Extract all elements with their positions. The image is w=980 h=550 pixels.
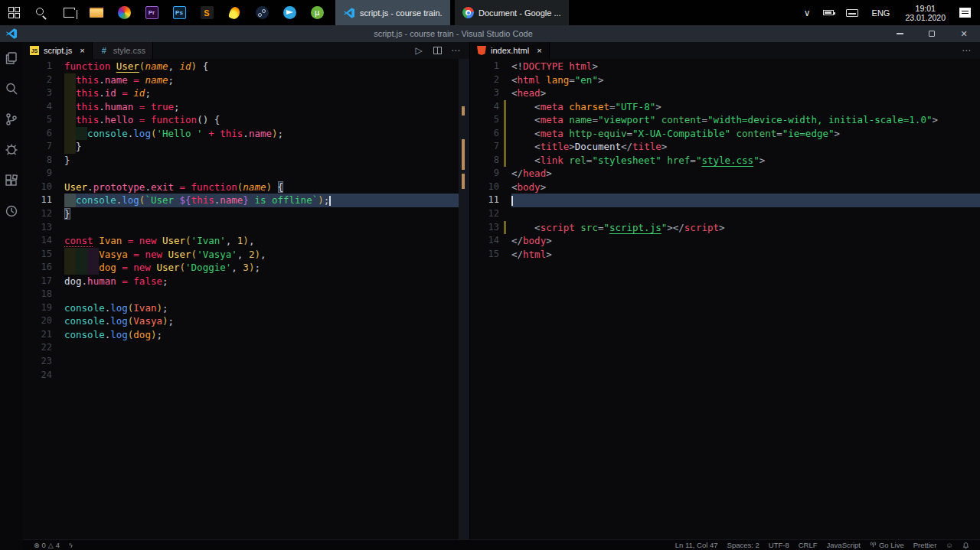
- steam-icon: [256, 6, 269, 19]
- overview-ruler[interactable]: [459, 59, 469, 539]
- language-indicator[interactable]: ENG: [864, 8, 898, 18]
- more-actions-icon[interactable]: ⋯: [448, 43, 463, 58]
- code-line[interactable]: 15 Vasya = new User('Vasya', 2),: [23, 248, 469, 262]
- code-line[interactable]: 17dog.human = false;: [23, 275, 469, 288]
- keyboard-icon[interactable]: [846, 9, 858, 17]
- close-tab-icon[interactable]: ×: [534, 46, 541, 55]
- code-line[interactable]: 9</head>: [470, 167, 980, 181]
- tray-chevron-icon[interactable]: ∨: [798, 8, 817, 18]
- code-line[interactable]: 4 <meta charset="UTF-8">: [470, 100, 980, 114]
- code-line[interactable]: 3 this.id = id;: [23, 86, 469, 100]
- problems-indicator[interactable]: ⊗ 0 △ 4: [29, 541, 64, 549]
- system-tray: ∨ ENG 19:01 23.01.2020: [798, 0, 980, 25]
- code-line[interactable]: 24: [23, 369, 469, 382]
- restore-button[interactable]: [916, 25, 948, 42]
- indentation-indicator[interactable]: Spaces: 2: [723, 541, 764, 549]
- notifications-bell-icon[interactable]: [958, 542, 974, 549]
- steam-button[interactable]: [248, 0, 276, 25]
- code-line[interactable]: 10<body>: [470, 181, 980, 194]
- code-line[interactable]: 5 this.hello = function() {: [23, 113, 469, 127]
- action-center-icon[interactable]: [959, 8, 971, 18]
- activity-bar: [0, 42, 23, 550]
- split-editor-icon[interactable]: [430, 43, 445, 58]
- vscode-taskbar-label: script.js - course train...: [360, 8, 443, 18]
- live-server-icon[interactable]: [3, 203, 20, 220]
- close-tab-icon[interactable]: ×: [77, 46, 84, 55]
- close-button[interactable]: ✕: [948, 25, 980, 42]
- code-line[interactable]: 11: [470, 194, 980, 207]
- tab-style-css[interactable]: # style.css: [93, 42, 153, 59]
- more-actions-icon[interactable]: ⋯: [959, 43, 974, 58]
- code-line[interactable]: 21console.log(dog);: [23, 328, 469, 342]
- telegram-button[interactable]: [276, 0, 303, 25]
- code-line[interactable]: 1function User(name, id) {: [23, 60, 469, 73]
- feedback-smiley-icon[interactable]: ☺: [941, 541, 958, 549]
- code-line[interactable]: 6 console.log('Hello ' + this.name);: [23, 127, 469, 141]
- code-line[interactable]: 1<!DOCTYPE html>: [470, 60, 980, 73]
- warning-icon: △: [48, 542, 54, 549]
- search-icon[interactable]: [3, 80, 20, 97]
- code-line[interactable]: 19console.log(Ivan);: [23, 301, 469, 315]
- code-line[interactable]: 10User.prototype.exit = function(name) {: [23, 181, 469, 194]
- code-line[interactable]: 12}: [23, 207, 469, 221]
- code-line[interactable]: 5 <meta name="viewport" content="width=d…: [470, 113, 980, 127]
- code-line[interactable]: 8 <link rel="stylesheet" href="style.css…: [470, 154, 980, 168]
- extensions-icon[interactable]: [3, 172, 20, 189]
- code-line[interactable]: 15</html>: [470, 248, 980, 262]
- file-explorer-button[interactable]: [83, 0, 110, 25]
- code-line[interactable]: 23: [23, 355, 469, 369]
- code-line[interactable]: 2 this.name = name;: [23, 73, 469, 87]
- code-line[interactable]: 14const Ivan = new User('Ivan', 1),: [23, 234, 469, 248]
- utorrent-button[interactable]: µ: [303, 0, 331, 25]
- code-line[interactable]: 4 this.human = true;: [23, 100, 469, 114]
- run-debug-icon[interactable]: [3, 142, 20, 158]
- code-line[interactable]: 6 <meta http-equiv="X-UA-Compatible" con…: [470, 127, 980, 141]
- eol-indicator[interactable]: CRLF: [794, 541, 822, 549]
- go-live-button[interactable]: Go Live: [865, 541, 909, 549]
- photoshop-button[interactable]: Ps: [165, 0, 193, 25]
- cursor-position[interactable]: Ln 11, Col 47: [671, 541, 723, 549]
- code-line[interactable]: 2<html lang="en">: [470, 73, 980, 87]
- code-line[interactable]: 11 console.log(`User ${this.name} is off…: [23, 194, 469, 207]
- code-line[interactable]: 14</body>: [470, 234, 980, 248]
- chrome-taskbar-button[interactable]: Document - Google ...: [455, 0, 569, 25]
- code-line[interactable]: 13 <script src="script.js"></script>: [470, 221, 980, 235]
- prettier-indicator[interactable]: Prettier: [909, 541, 942, 549]
- editor-script-js[interactable]: 1function User(name, id) {2 this.name = …: [23, 59, 469, 539]
- code-line[interactable]: 20console.log(Vasya);: [23, 314, 469, 328]
- encoding-indicator[interactable]: UTF-8: [764, 541, 794, 549]
- line-number: 9: [470, 167, 511, 181]
- tab-index-html[interactable]: index.html ×: [470, 42, 550, 59]
- premiere-button[interactable]: Pr: [138, 0, 165, 25]
- vscode-taskbar-button[interactable]: script.js - course train...: [335, 0, 450, 25]
- code-line[interactable]: 16 dog = new User('Doggie', 3);: [23, 261, 469, 275]
- line-number: 13: [23, 221, 64, 235]
- task-view-button[interactable]: [55, 0, 83, 25]
- code-line[interactable]: 9: [23, 167, 469, 181]
- explorer-icon[interactable]: [3, 50, 20, 67]
- code-line[interactable]: 7 }: [23, 140, 469, 154]
- code-line[interactable]: 12: [470, 207, 980, 221]
- vscode-window: script.js - course train - Visual Studio…: [0, 25, 980, 550]
- battery-icon[interactable]: [823, 10, 834, 15]
- editor-index-html[interactable]: 1<!DOCTYPE html>2<html lang="en">3<head>…: [470, 59, 980, 539]
- run-open-browser-icon[interactable]: ▷: [411, 43, 426, 58]
- sublime-button[interactable]: S: [193, 0, 220, 25]
- lightning-indicator[interactable]: ϟ: [64, 542, 77, 549]
- minimize-button[interactable]: [884, 25, 916, 42]
- tab-script-js[interactable]: JS script.js ×: [23, 42, 93, 59]
- windows-start-button[interactable]: [0, 0, 28, 25]
- code-line[interactable]: 13: [23, 221, 469, 235]
- tray-clock[interactable]: 19:01 23.01.2020: [897, 4, 953, 22]
- code-line[interactable]: 18: [23, 288, 469, 301]
- source-control-icon[interactable]: [3, 111, 20, 128]
- vscode-icon: [343, 7, 355, 19]
- language-mode[interactable]: JavaScript: [822, 541, 865, 549]
- code-line[interactable]: 8}: [23, 154, 469, 168]
- code-line[interactable]: 7 <title>Document</title>: [470, 140, 980, 154]
- rainbow-app-button[interactable]: [110, 0, 138, 25]
- code-line[interactable]: 22: [23, 341, 469, 355]
- taskbar-search-button[interactable]: [28, 0, 55, 25]
- code-line[interactable]: 3<head>: [470, 86, 980, 100]
- flame-app-button[interactable]: [220, 0, 248, 25]
